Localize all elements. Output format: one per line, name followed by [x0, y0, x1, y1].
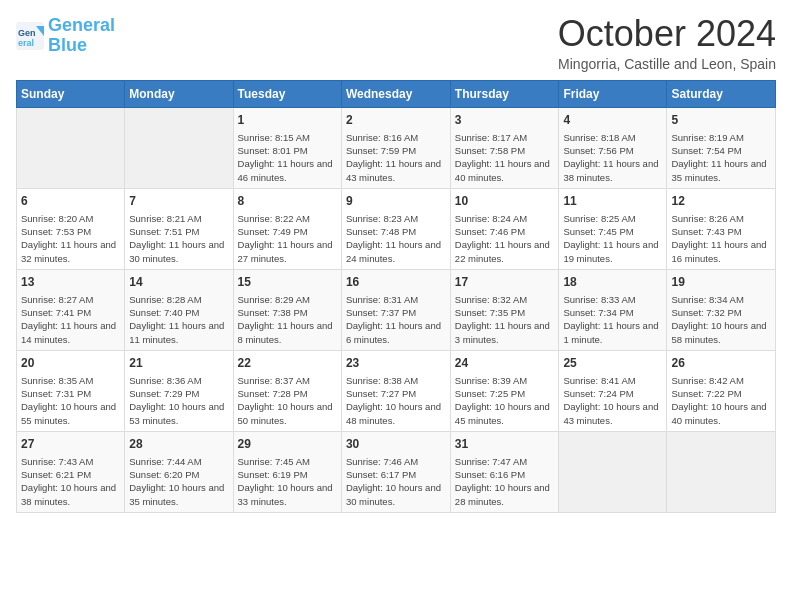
day-number: 8	[238, 193, 337, 210]
day-content: Sunrise: 7:47 AM Sunset: 6:16 PM Dayligh…	[455, 455, 555, 508]
calendar-cell	[667, 431, 776, 512]
day-content: Sunrise: 8:21 AM Sunset: 7:51 PM Dayligh…	[129, 212, 228, 265]
calendar-header: SundayMondayTuesdayWednesdayThursdayFrid…	[17, 81, 776, 108]
day-content: Sunrise: 8:23 AM Sunset: 7:48 PM Dayligh…	[346, 212, 446, 265]
calendar-cell: 5Sunrise: 8:19 AM Sunset: 7:54 PM Daylig…	[667, 108, 776, 189]
day-content: Sunrise: 7:44 AM Sunset: 6:20 PM Dayligh…	[129, 455, 228, 508]
logo: Gen eral General Blue	[16, 16, 115, 56]
calendar-cell: 14Sunrise: 8:28 AM Sunset: 7:40 PM Dayli…	[125, 269, 233, 350]
day-number: 12	[671, 193, 771, 210]
day-number: 30	[346, 436, 446, 453]
day-number: 14	[129, 274, 228, 291]
day-number: 9	[346, 193, 446, 210]
calendar-cell: 1Sunrise: 8:15 AM Sunset: 8:01 PM Daylig…	[233, 108, 341, 189]
calendar-cell: 6Sunrise: 8:20 AM Sunset: 7:53 PM Daylig…	[17, 188, 125, 269]
calendar-cell: 28Sunrise: 7:44 AM Sunset: 6:20 PM Dayli…	[125, 431, 233, 512]
day-content: Sunrise: 8:15 AM Sunset: 8:01 PM Dayligh…	[238, 131, 337, 184]
day-content: Sunrise: 8:36 AM Sunset: 7:29 PM Dayligh…	[129, 374, 228, 427]
day-content: Sunrise: 8:19 AM Sunset: 7:54 PM Dayligh…	[671, 131, 771, 184]
day-number: 22	[238, 355, 337, 372]
day-number: 29	[238, 436, 337, 453]
calendar-cell: 25Sunrise: 8:41 AM Sunset: 7:24 PM Dayli…	[559, 350, 667, 431]
day-content: Sunrise: 8:18 AM Sunset: 7:56 PM Dayligh…	[563, 131, 662, 184]
calendar-cell	[17, 108, 125, 189]
day-content: Sunrise: 8:26 AM Sunset: 7:43 PM Dayligh…	[671, 212, 771, 265]
calendar-cell: 11Sunrise: 8:25 AM Sunset: 7:45 PM Dayli…	[559, 188, 667, 269]
day-number: 5	[671, 112, 771, 129]
calendar-cell: 22Sunrise: 8:37 AM Sunset: 7:28 PM Dayli…	[233, 350, 341, 431]
calendar-cell: 19Sunrise: 8:34 AM Sunset: 7:32 PM Dayli…	[667, 269, 776, 350]
day-content: Sunrise: 8:42 AM Sunset: 7:22 PM Dayligh…	[671, 374, 771, 427]
calendar-cell: 10Sunrise: 8:24 AM Sunset: 7:46 PM Dayli…	[450, 188, 559, 269]
day-number: 2	[346, 112, 446, 129]
day-content: Sunrise: 8:31 AM Sunset: 7:37 PM Dayligh…	[346, 293, 446, 346]
page-header: Gen eral General Blue October 2024 Mingo…	[16, 16, 776, 72]
calendar-cell: 2Sunrise: 8:16 AM Sunset: 7:59 PM Daylig…	[341, 108, 450, 189]
day-number: 1	[238, 112, 337, 129]
title-block: October 2024 Mingorria, Castille and Leo…	[558, 16, 776, 72]
logo-text: General Blue	[48, 16, 115, 56]
day-number: 31	[455, 436, 555, 453]
calendar-cell: 24Sunrise: 8:39 AM Sunset: 7:25 PM Dayli…	[450, 350, 559, 431]
calendar-cell: 20Sunrise: 8:35 AM Sunset: 7:31 PM Dayli…	[17, 350, 125, 431]
calendar-week-row: 20Sunrise: 8:35 AM Sunset: 7:31 PM Dayli…	[17, 350, 776, 431]
day-number: 18	[563, 274, 662, 291]
calendar-week-row: 6Sunrise: 8:20 AM Sunset: 7:53 PM Daylig…	[17, 188, 776, 269]
day-number: 6	[21, 193, 120, 210]
day-content: Sunrise: 8:22 AM Sunset: 7:49 PM Dayligh…	[238, 212, 337, 265]
calendar-cell: 4Sunrise: 8:18 AM Sunset: 7:56 PM Daylig…	[559, 108, 667, 189]
day-number: 10	[455, 193, 555, 210]
day-content: Sunrise: 8:25 AM Sunset: 7:45 PM Dayligh…	[563, 212, 662, 265]
month-title: October 2024	[558, 16, 776, 52]
calendar-cell: 9Sunrise: 8:23 AM Sunset: 7:48 PM Daylig…	[341, 188, 450, 269]
calendar-cell	[125, 108, 233, 189]
svg-text:Gen: Gen	[18, 28, 36, 38]
weekday-header: Wednesday	[341, 81, 450, 108]
day-content: Sunrise: 8:16 AM Sunset: 7:59 PM Dayligh…	[346, 131, 446, 184]
logo-icon: Gen eral	[16, 22, 44, 50]
day-number: 21	[129, 355, 228, 372]
day-number: 15	[238, 274, 337, 291]
header-row: SundayMondayTuesdayWednesdayThursdayFrid…	[17, 81, 776, 108]
day-content: Sunrise: 8:33 AM Sunset: 7:34 PM Dayligh…	[563, 293, 662, 346]
calendar-cell: 29Sunrise: 7:45 AM Sunset: 6:19 PM Dayli…	[233, 431, 341, 512]
day-number: 17	[455, 274, 555, 291]
day-number: 13	[21, 274, 120, 291]
calendar-week-row: 13Sunrise: 8:27 AM Sunset: 7:41 PM Dayli…	[17, 269, 776, 350]
day-number: 20	[21, 355, 120, 372]
calendar-cell: 13Sunrise: 8:27 AM Sunset: 7:41 PM Dayli…	[17, 269, 125, 350]
day-content: Sunrise: 8:41 AM Sunset: 7:24 PM Dayligh…	[563, 374, 662, 427]
weekday-header: Monday	[125, 81, 233, 108]
day-content: Sunrise: 7:46 AM Sunset: 6:17 PM Dayligh…	[346, 455, 446, 508]
calendar-cell: 8Sunrise: 8:22 AM Sunset: 7:49 PM Daylig…	[233, 188, 341, 269]
svg-text:eral: eral	[18, 38, 34, 48]
weekday-header: Saturday	[667, 81, 776, 108]
location-title: Mingorria, Castille and Leon, Spain	[558, 56, 776, 72]
calendar-cell: 30Sunrise: 7:46 AM Sunset: 6:17 PM Dayli…	[341, 431, 450, 512]
day-content: Sunrise: 7:43 AM Sunset: 6:21 PM Dayligh…	[21, 455, 120, 508]
calendar-week-row: 1Sunrise: 8:15 AM Sunset: 8:01 PM Daylig…	[17, 108, 776, 189]
weekday-header: Tuesday	[233, 81, 341, 108]
day-content: Sunrise: 8:32 AM Sunset: 7:35 PM Dayligh…	[455, 293, 555, 346]
day-number: 28	[129, 436, 228, 453]
day-number: 23	[346, 355, 446, 372]
day-content: Sunrise: 8:29 AM Sunset: 7:38 PM Dayligh…	[238, 293, 337, 346]
calendar-cell: 17Sunrise: 8:32 AM Sunset: 7:35 PM Dayli…	[450, 269, 559, 350]
day-number: 7	[129, 193, 228, 210]
day-content: Sunrise: 8:35 AM Sunset: 7:31 PM Dayligh…	[21, 374, 120, 427]
day-number: 27	[21, 436, 120, 453]
calendar-cell: 21Sunrise: 8:36 AM Sunset: 7:29 PM Dayli…	[125, 350, 233, 431]
day-content: Sunrise: 8:34 AM Sunset: 7:32 PM Dayligh…	[671, 293, 771, 346]
calendar-cell: 7Sunrise: 8:21 AM Sunset: 7:51 PM Daylig…	[125, 188, 233, 269]
day-number: 24	[455, 355, 555, 372]
day-number: 19	[671, 274, 771, 291]
day-content: Sunrise: 8:38 AM Sunset: 7:27 PM Dayligh…	[346, 374, 446, 427]
calendar-body: 1Sunrise: 8:15 AM Sunset: 8:01 PM Daylig…	[17, 108, 776, 513]
calendar-cell: 15Sunrise: 8:29 AM Sunset: 7:38 PM Dayli…	[233, 269, 341, 350]
calendar-cell: 16Sunrise: 8:31 AM Sunset: 7:37 PM Dayli…	[341, 269, 450, 350]
day-number: 26	[671, 355, 771, 372]
day-content: Sunrise: 8:17 AM Sunset: 7:58 PM Dayligh…	[455, 131, 555, 184]
calendar-week-row: 27Sunrise: 7:43 AM Sunset: 6:21 PM Dayli…	[17, 431, 776, 512]
day-content: Sunrise: 8:20 AM Sunset: 7:53 PM Dayligh…	[21, 212, 120, 265]
day-content: Sunrise: 8:37 AM Sunset: 7:28 PM Dayligh…	[238, 374, 337, 427]
